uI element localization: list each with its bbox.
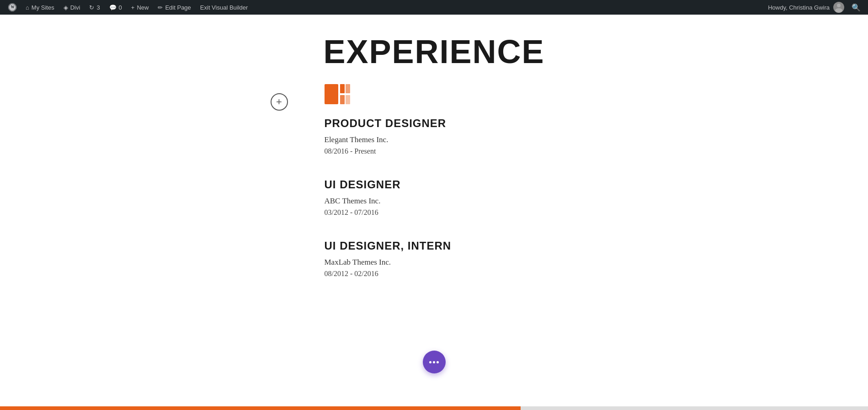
updates-icon: ↻ <box>89 4 94 11</box>
date-range-2: 03/2012 - 07/2016 <box>325 208 727 217</box>
my-sites-label: My Sites <box>32 4 54 11</box>
experience-entry-1: PRODUCT DESIGNER Elegant Themes Inc. 08/… <box>325 117 727 155</box>
divi-icon: ◈ <box>64 4 68 11</box>
more-options-icon <box>429 361 439 363</box>
edit-page-button[interactable]: ✏ Edit Page <box>153 0 195 15</box>
svg-rect-7 <box>340 95 345 104</box>
date-range-3: 08/2012 - 02/2016 <box>325 270 727 278</box>
experience-entry-2: UI DESIGNER ABC Themes Inc. 03/2012 - 07… <box>325 178 727 217</box>
page-title: EXPERIENCE <box>0 33 868 70</box>
page-content: EXPERIENCE + <box>0 0 868 301</box>
pencil-icon: ✏ <box>158 4 163 11</box>
job-title-1: PRODUCT DESIGNER <box>325 117 727 130</box>
comments-icon: 💬 <box>109 4 117 11</box>
avatar[interactable] <box>833 2 844 13</box>
my-sites-menu[interactable]: ⌂ My Sites <box>21 0 59 15</box>
comments-count: 0 <box>119 4 122 11</box>
exit-vb-label: Exit Visual Builder <box>200 4 248 11</box>
adminbar-right-section: Howdy, Christina Gwira <box>764 2 848 13</box>
divi-label: Divi <box>70 4 80 11</box>
new-label: New <box>137 4 149 11</box>
company-name-1: Elegant Themes Inc. <box>325 135 727 144</box>
company-name-3: MaxLab Themes Inc. <box>325 258 727 267</box>
exit-visual-builder-button[interactable]: Exit Visual Builder <box>196 0 253 15</box>
howdy-label: Howdy, Christina Gwira <box>768 4 830 11</box>
palette-icon-container <box>325 84 727 106</box>
wordpress-logo[interactable]: W <box>4 0 21 15</box>
experience-entry-3: UI DESIGNER, INTERN MaxLab Themes Inc. 0… <box>325 240 727 278</box>
divi-menu[interactable]: ◈ Divi <box>59 0 85 15</box>
comments-menu[interactable]: 💬 0 <box>105 0 127 15</box>
svg-rect-8 <box>346 95 350 104</box>
job-title-2: UI DESIGNER <box>325 178 727 191</box>
updates-count: 3 <box>96 4 100 11</box>
svg-point-2 <box>837 4 841 7</box>
my-sites-icon: ⌂ <box>26 4 29 11</box>
plus-icon: + <box>131 4 135 11</box>
admin-bar: W ⌂ My Sites ◈ Divi ↻ 3 💬 0 + New ✏ Edit… <box>0 0 868 15</box>
svg-text:W: W <box>11 5 15 9</box>
add-module-button[interactable]: + <box>271 93 288 111</box>
search-icon[interactable]: 🔍 <box>848 3 864 12</box>
floating-action-button[interactable] <box>423 351 446 373</box>
date-range-1: 08/2016 - Present <box>325 147 727 155</box>
updates-menu[interactable]: ↻ 3 <box>85 0 104 15</box>
plus-icon: + <box>276 96 282 108</box>
job-title-3: UI DESIGNER, INTERN <box>325 240 727 252</box>
edit-page-label: Edit Page <box>165 4 191 11</box>
experience-list: PRODUCT DESIGNER Elegant Themes Inc. 08/… <box>315 84 727 301</box>
bottom-progress-bar <box>0 406 868 410</box>
company-name-2: ABC Themes Inc. <box>325 197 727 206</box>
page-title-section: EXPERIENCE <box>0 15 868 84</box>
svg-rect-6 <box>346 84 350 93</box>
svg-point-3 <box>835 8 842 13</box>
progress-fill <box>0 406 521 410</box>
palette-icon <box>325 84 350 104</box>
svg-rect-5 <box>340 84 345 93</box>
main-layout: + PRODUCT DESIGNER Elegant Th <box>114 84 754 301</box>
svg-rect-4 <box>325 84 338 104</box>
new-content-menu[interactable]: + New <box>127 0 154 15</box>
left-column: + <box>142 84 315 301</box>
